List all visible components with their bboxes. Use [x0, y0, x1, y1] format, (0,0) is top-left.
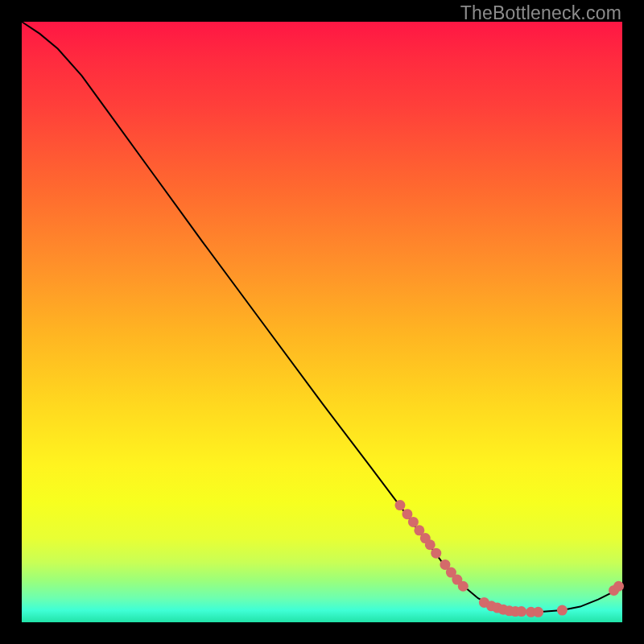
data-point: [431, 548, 441, 559]
chart-overlay: [22, 22, 622, 622]
data-point: [408, 517, 419, 527]
data-point: [613, 581, 624, 592]
data-point: [557, 605, 568, 616]
watermark-text: TheBottleneck.com: [460, 2, 621, 24]
chart-container: TheBottleneck.com: [0, 0, 644, 644]
data-point: [533, 607, 543, 617]
data-point: [425, 539, 436, 550]
bottleneck-curve: [22, 22, 622, 612]
data-point: [458, 581, 469, 592]
data-point: [394, 500, 405, 510]
data-point: [516, 606, 526, 617]
data-points: [394, 500, 624, 617]
